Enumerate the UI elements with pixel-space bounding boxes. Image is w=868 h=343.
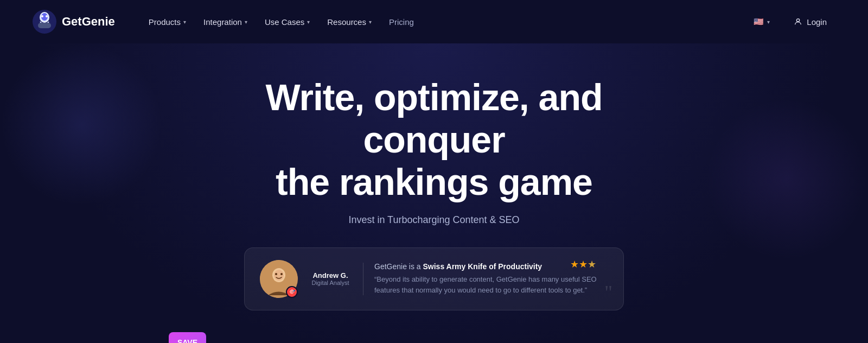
- nav-right: 🇺🇸 ▾ Login: [747, 12, 835, 31]
- chevron-down-icon: ▾: [245, 19, 247, 25]
- avatar-badge: 🎯: [286, 286, 298, 298]
- svg-point-10: [275, 273, 277, 275]
- hero-subtitle: Invest in Turbocharging Content & SEO: [348, 214, 519, 226]
- svg-point-4: [46, 15, 48, 17]
- testimonial-text: “Beyond its ability to generate content,…: [374, 274, 608, 295]
- logo-text: GetGenie: [62, 15, 115, 29]
- billing-section: SAVE 50% & Get Image AI Monthly Annually: [11, 338, 857, 343]
- flag-icon: 🇺🇸: [754, 17, 764, 27]
- save-badge: SAVE 50% & Get Image AI: [169, 332, 206, 343]
- nav-links: Products ▾ Integration ▾ Use Cases ▾ Res…: [141, 13, 747, 31]
- chevron-down-icon: ▾: [767, 19, 770, 25]
- glow-decoration-right: [705, 98, 868, 261]
- logo-icon: [33, 10, 56, 34]
- nav-item-integration[interactable]: Integration ▾: [196, 13, 255, 31]
- svg-rect-5: [38, 23, 51, 28]
- svg-point-11: [280, 273, 283, 275]
- avatar-info: Andrew G. Digital Analyst: [309, 271, 352, 286]
- user-icon: [794, 17, 802, 26]
- testimonial-card: 🎯 Andrew G. Digital Analyst GetGenie is …: [244, 247, 624, 310]
- testimonial-quote-mark: ": [604, 283, 612, 302]
- language-selector[interactable]: 🇺🇸 ▾: [747, 12, 776, 31]
- svg-point-9: [274, 270, 284, 281]
- hero-section: Write, optimize, and conquer the ranking…: [0, 43, 868, 343]
- login-button[interactable]: Login: [785, 13, 835, 31]
- testimonial-divider: [363, 263, 363, 295]
- nav-item-resources[interactable]: Resources ▾: [320, 13, 379, 31]
- avatar-role: Digital Analyst: [309, 280, 352, 286]
- hero-title: Write, optimize, and conquer the ranking…: [201, 76, 667, 204]
- nav-item-use-cases[interactable]: Use Cases ▾: [257, 13, 317, 31]
- svg-point-6: [797, 19, 800, 22]
- logo[interactable]: GetGenie: [33, 10, 115, 34]
- avatar-name: Andrew G.: [309, 271, 352, 280]
- svg-point-3: [41, 15, 43, 17]
- chevron-down-icon: ▾: [369, 19, 372, 25]
- chevron-down-icon: ▾: [183, 19, 186, 25]
- navbar: GetGenie Products ▾ Integration ▾ Use Ca…: [0, 0, 868, 43]
- testimonial-stars: ★★★: [570, 258, 596, 270]
- chevron-down-icon: ▾: [307, 19, 310, 25]
- avatar-wrap: 🎯: [260, 260, 298, 298]
- nav-item-products[interactable]: Products ▾: [141, 13, 194, 31]
- nav-item-pricing[interactable]: Pricing: [381, 13, 422, 31]
- glow-decoration-left: [0, 43, 163, 206]
